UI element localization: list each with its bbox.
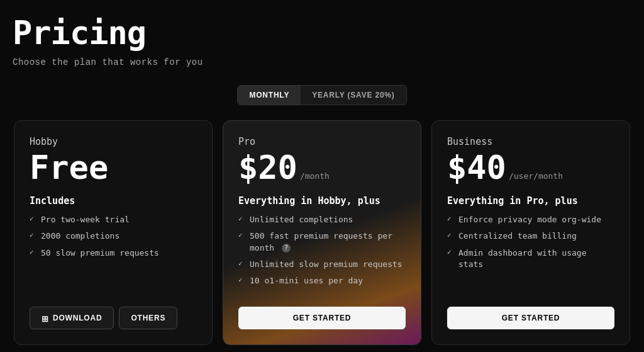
toggle-container: MONTHLY YEARLY (SAVE 20%)	[237, 85, 406, 105]
pro-price-row: $20 /month	[238, 151, 406, 184]
list-item: Pro two-week trial	[30, 214, 197, 225]
download-button[interactable]: DOWNLOAD	[30, 307, 114, 329]
list-item: Unlimited slow premium requests	[238, 259, 406, 270]
business-includes-title: Everything in Pro, plus	[447, 195, 614, 207]
hobby-features-list: Pro two-week trial 2000 completions 50 s…	[30, 214, 197, 292]
list-item: 50 slow premium requests	[30, 247, 197, 259]
pro-features-list: Unlimited completions 500 fast premium r…	[238, 214, 406, 292]
business-price-row: $40 /user/month	[447, 151, 614, 184]
plans-grid: Hobby Free Includes Pro two-week trial 2…	[14, 120, 630, 345]
list-item: 2000 completions	[30, 230, 197, 242]
list-item: Unlimited completions	[238, 214, 406, 225]
business-btn-group: GET STARTED	[447, 307, 614, 329]
list-item: Admin dashboard with usage stats	[447, 247, 614, 270]
info-icon[interactable]: ?	[282, 244, 291, 253]
business-period: /user/month	[509, 171, 563, 181]
plan-card-pro: Pro $20 /month Everything in Hobby, plus…	[223, 120, 421, 345]
list-item: 500 fast premium requests per month ?	[238, 230, 406, 253]
hobby-price: Free	[30, 151, 108, 184]
pro-includes-title: Everything in Hobby, plus	[238, 195, 406, 207]
business-price: $40	[447, 151, 506, 184]
list-item: 10 o1-mini uses per day	[238, 275, 406, 287]
pro-btn-group: GET STARTED	[238, 307, 406, 329]
page-subtitle: Choose the plan that works for you	[13, 57, 631, 67]
business-plan-name: Business	[447, 136, 614, 147]
others-button[interactable]: OTHERS	[119, 307, 177, 329]
list-item: Centralized team billing	[447, 230, 614, 242]
billing-toggle: MONTHLY YEARLY (SAVE 20%)	[13, 85, 631, 105]
hobby-btn-group: DOWNLOAD OTHERS	[30, 307, 197, 329]
business-features-list: Enforce privacy mode org-wide Centralize…	[447, 214, 614, 292]
page-wrapper: Pricing Choose the plan that works for y…	[0, 0, 644, 352]
yearly-toggle[interactable]: YEARLY (SAVE 20%)	[301, 86, 406, 105]
pro-get-started-button[interactable]: GET STARTED	[238, 307, 406, 329]
plan-card-business: Business $40 /user/month Everything in P…	[431, 120, 630, 345]
page-title: Pricing	[13, 15, 631, 51]
monthly-toggle[interactable]: MONTHLY	[238, 86, 301, 105]
hobby-price-row: Free	[30, 151, 197, 184]
plan-card-hobby: Hobby Free Includes Pro two-week trial 2…	[14, 120, 213, 345]
list-item: Enforce privacy mode org-wide	[447, 214, 614, 225]
hobby-plan-name: Hobby	[30, 136, 197, 147]
pro-plan-name: Pro	[238, 136, 406, 147]
pro-price: $20	[238, 151, 297, 184]
pro-period: /month	[300, 171, 330, 181]
hobby-includes-title: Includes	[30, 195, 197, 207]
business-get-started-button[interactable]: GET STARTED	[447, 307, 614, 329]
windows-icon	[42, 314, 49, 322]
